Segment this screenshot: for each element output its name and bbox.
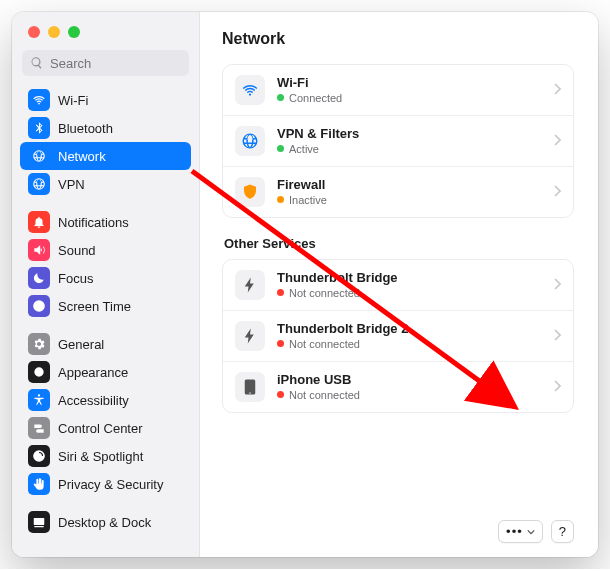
other-services-label: Other Services bbox=[224, 236, 574, 251]
bell-icon bbox=[28, 211, 50, 233]
sidebar-item-label: Desktop & Dock bbox=[58, 515, 151, 530]
service-row-vpn-filters[interactable]: VPN & FiltersActive bbox=[223, 115, 573, 166]
sidebar-item-label: Notifications bbox=[58, 215, 129, 230]
sidebar-item-desktop-dock[interactable]: Desktop & Dock bbox=[20, 508, 191, 536]
sidebar-item-sound[interactable]: Sound bbox=[20, 236, 191, 264]
globe-icon bbox=[28, 145, 50, 167]
status-dot bbox=[277, 289, 284, 296]
chevron-right-icon bbox=[553, 81, 561, 99]
sidebar-item-label: Network bbox=[58, 149, 106, 164]
sidebar-item-network[interactable]: Network bbox=[20, 142, 191, 170]
sidebar-list: Wi-FiBluetoothNetworkVPNNotificationsSou… bbox=[12, 86, 199, 557]
appear-icon bbox=[28, 361, 50, 383]
wifi-icon bbox=[235, 75, 265, 105]
minimize-window-button[interactable] bbox=[48, 26, 60, 38]
phone-icon bbox=[235, 372, 265, 402]
sidebar-item-label: Control Center bbox=[58, 421, 143, 436]
sidebar-item-bluetooth[interactable]: Bluetooth bbox=[20, 114, 191, 142]
sidebar-item-label: Privacy & Security bbox=[58, 477, 163, 492]
system-settings-window: Wi-FiBluetoothNetworkVPNNotificationsSou… bbox=[12, 12, 598, 557]
service-status: Not connected bbox=[277, 389, 541, 402]
wifi-icon bbox=[28, 89, 50, 111]
service-title: Firewall bbox=[277, 178, 541, 193]
service-title: VPN & Filters bbox=[277, 127, 541, 142]
sidebar-item-label: Focus bbox=[58, 271, 93, 286]
sidebar-item-label: Siri & Spotlight bbox=[58, 449, 143, 464]
sidebar-item-label: VPN bbox=[58, 177, 85, 192]
bolt-icon bbox=[235, 321, 265, 351]
zoom-window-button[interactable] bbox=[68, 26, 80, 38]
close-window-button[interactable] bbox=[28, 26, 40, 38]
service-row-thunderbolt-bridge-2[interactable]: Thunderbolt Bridge 2Not connected bbox=[223, 310, 573, 361]
sidebar-item-accessibility[interactable]: Accessibility bbox=[20, 386, 191, 414]
sidebar-item-label: Appearance bbox=[58, 365, 128, 380]
status-dot bbox=[277, 340, 284, 347]
sidebar-item-label: Screen Time bbox=[58, 299, 131, 314]
service-title: Wi-Fi bbox=[277, 76, 541, 91]
sidebar-item-label: Bluetooth bbox=[58, 121, 113, 136]
status-dot bbox=[277, 196, 284, 203]
gear-icon bbox=[28, 333, 50, 355]
chevron-right-icon bbox=[553, 276, 561, 294]
service-row-wi-fi[interactable]: Wi-FiConnected bbox=[223, 65, 573, 115]
service-status: Active bbox=[277, 143, 541, 156]
chevron-right-icon bbox=[553, 378, 561, 396]
sidebar-item-control-center[interactable]: Control Center bbox=[20, 414, 191, 442]
switches-icon bbox=[28, 417, 50, 439]
sidebar-item-label: Sound bbox=[58, 243, 96, 258]
search-wrap bbox=[12, 38, 199, 86]
dock-icon bbox=[28, 511, 50, 533]
service-title: iPhone USB bbox=[277, 373, 541, 388]
sidebar-item-notifications[interactable]: Notifications bbox=[20, 208, 191, 236]
hand-icon bbox=[28, 473, 50, 495]
main-panel: Network Wi-FiConnectedVPN & FiltersActiv… bbox=[200, 12, 598, 557]
sidebar-item-siri-spotlight[interactable]: Siri & Spotlight bbox=[20, 442, 191, 470]
chevron-right-icon bbox=[553, 327, 561, 345]
sidebar-item-vpn[interactable]: VPN bbox=[20, 170, 191, 198]
service-title: Thunderbolt Bridge 2 bbox=[277, 322, 541, 337]
sidebar: Wi-FiBluetoothNetworkVPNNotificationsSou… bbox=[12, 12, 200, 557]
bolt-icon bbox=[235, 270, 265, 300]
status-dot bbox=[277, 94, 284, 101]
sidebar-item-general[interactable]: General bbox=[20, 330, 191, 358]
sidebar-item-focus[interactable]: Focus bbox=[20, 264, 191, 292]
sound-icon bbox=[28, 239, 50, 261]
service-status: Not connected bbox=[277, 338, 541, 351]
service-row-iphone-usb[interactable]: iPhone USBNot connected bbox=[223, 361, 573, 412]
bluetooth-icon bbox=[28, 117, 50, 139]
sidebar-item-label: General bbox=[58, 337, 104, 352]
other-services-group: Thunderbolt BridgeNot connectedThunderbo… bbox=[222, 259, 574, 413]
more-options-button[interactable]: ••• bbox=[498, 520, 543, 543]
help-button[interactable]: ? bbox=[551, 520, 574, 543]
siri-icon bbox=[28, 445, 50, 467]
service-status: Connected bbox=[277, 92, 541, 105]
globe-icon bbox=[235, 126, 265, 156]
moon-icon bbox=[28, 267, 50, 289]
sidebar-item-screen-time[interactable]: Screen Time bbox=[20, 292, 191, 320]
sidebar-item-privacy-security[interactable]: Privacy & Security bbox=[20, 470, 191, 498]
page-title: Network bbox=[222, 30, 574, 48]
service-row-firewall[interactable]: FirewallInactive bbox=[223, 166, 573, 217]
service-row-thunderbolt-bridge[interactable]: Thunderbolt BridgeNot connected bbox=[223, 260, 573, 310]
help-icon: ? bbox=[559, 524, 566, 539]
search-field[interactable] bbox=[22, 50, 189, 76]
status-dot bbox=[277, 145, 284, 152]
footer-actions: ••• ? bbox=[222, 508, 574, 543]
chevron-down-icon bbox=[527, 529, 535, 535]
status-dot bbox=[277, 391, 284, 398]
sidebar-item-label: Accessibility bbox=[58, 393, 129, 408]
shield-icon bbox=[235, 177, 265, 207]
timer-icon bbox=[28, 295, 50, 317]
search-input[interactable] bbox=[50, 56, 181, 71]
sidebar-item-wi-fi[interactable]: Wi-Fi bbox=[20, 86, 191, 114]
service-status: Not connected bbox=[277, 287, 541, 300]
chevron-right-icon bbox=[553, 183, 561, 201]
ellipsis-icon: ••• bbox=[506, 524, 523, 539]
sidebar-item-appearance[interactable]: Appearance bbox=[20, 358, 191, 386]
chevron-right-icon bbox=[553, 132, 561, 150]
service-title: Thunderbolt Bridge bbox=[277, 271, 541, 286]
access-icon bbox=[28, 389, 50, 411]
sidebar-item-label: Wi-Fi bbox=[58, 93, 88, 108]
service-status: Inactive bbox=[277, 194, 541, 207]
window-controls bbox=[12, 12, 199, 38]
